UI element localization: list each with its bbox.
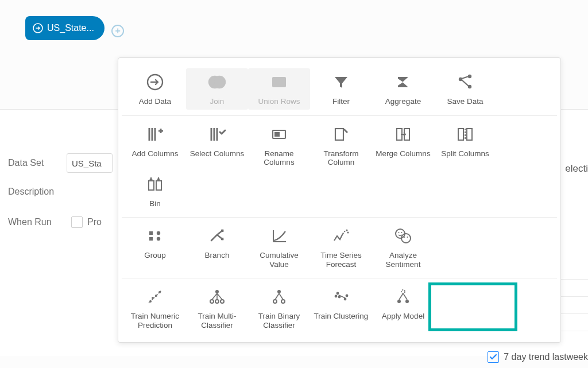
train-binary-icon <box>269 286 289 307</box>
bin-icon <box>145 174 165 195</box>
svg-point-21 <box>346 229 347 231</box>
tile-rename-columns[interactable]: Rename Columns <box>248 121 310 171</box>
tile-analyze-sentiment[interactable]: Analyze Sentiment <box>372 222 434 272</box>
svg-point-28 <box>407 237 408 238</box>
tile-save-data[interactable]: Save Data <box>434 68 496 110</box>
tile-label: Branch <box>187 251 247 260</box>
svg-point-36 <box>220 300 224 303</box>
tile-add-columns[interactable]: Add Columns <box>124 121 186 171</box>
svg-rect-18 <box>149 237 153 241</box>
tile-label: Add Columns <box>125 149 185 158</box>
svg-point-34 <box>210 300 214 303</box>
svg-point-47 <box>405 300 409 303</box>
svg-point-35 <box>215 300 219 303</box>
description-label: Description <box>8 187 67 197</box>
tile-train-multi-classifier[interactable]: Train Multi-Classifier <box>186 283 248 333</box>
svg-point-39 <box>281 300 285 303</box>
when-run-text: Pro <box>87 217 102 227</box>
union-rows-icon <box>269 72 289 92</box>
tile-group[interactable]: Group <box>124 222 186 272</box>
svg-rect-15 <box>149 181 154 190</box>
seven-day-trend-checkbox[interactable] <box>488 351 499 363</box>
svg-point-40 <box>336 292 339 295</box>
add-columns-icon <box>145 124 165 145</box>
svg-point-23 <box>396 229 405 238</box>
tile-transform-column[interactable]: Transform Column <box>310 121 372 171</box>
svg-rect-9 <box>274 132 280 137</box>
tile-bin[interactable]: Bin <box>124 171 186 212</box>
tile-label: Train Numeric Prediction <box>125 312 185 330</box>
aggregate-icon <box>393 72 413 92</box>
tile-split-columns[interactable]: Split Columns <box>434 121 496 171</box>
bottom-checkbox-row: 7 day trend lastweek <box>488 351 588 363</box>
svg-point-33 <box>215 290 219 293</box>
tile-add-data[interactable]: Add Data <box>124 68 186 110</box>
data-set-input[interactable] <box>67 153 113 173</box>
tile-merge-columns[interactable]: Merge Columns <box>372 121 434 171</box>
tile-label: Select Columns <box>187 149 247 158</box>
tile-label: Save Data <box>435 97 495 106</box>
tile-label: Merge Columns <box>373 149 433 158</box>
tile-label: Transform Column <box>311 149 371 167</box>
tile-label: Rename Columns <box>249 149 309 167</box>
branch-icon <box>207 226 227 246</box>
select-columns-icon <box>207 124 227 145</box>
tile-label: Add Data <box>125 97 185 106</box>
tile-label: Apply Model <box>373 312 433 321</box>
tile-time-series-forecast[interactable]: Time Series Forecast <box>310 222 372 272</box>
tile-cumulative-value[interactable]: Cumulative Value <box>248 222 310 272</box>
svg-point-41 <box>335 295 338 298</box>
when-run-checkbox[interactable] <box>71 216 83 228</box>
save-data-icon <box>455 72 475 92</box>
train-multi-icon <box>207 286 227 307</box>
popover-section-io: Add Data Join Union Rows Filter <box>122 64 557 116</box>
svg-point-37 <box>277 290 281 293</box>
svg-point-26 <box>401 232 403 233</box>
tile-label: Train Clustering <box>311 312 371 321</box>
svg-rect-16 <box>156 181 161 190</box>
tile-union-rows[interactable]: Union Rows <box>248 68 310 110</box>
svg-point-45 <box>401 290 405 293</box>
train-numeric-icon <box>145 286 165 307</box>
tile-select-columns[interactable]: Select Columns <box>186 121 248 171</box>
tile-label: Train Multi-Classifier <box>187 312 247 330</box>
flow-node-icon <box>32 22 44 34</box>
analyze-sentiment-icon <box>393 226 413 246</box>
flow-node-us-state[interactable]: US_State... <box>25 16 105 40</box>
tile-aggregate[interactable]: Aggregate <box>372 68 434 110</box>
popover-section-columns: Add Columns Select Columns Rename Column… <box>122 116 557 218</box>
svg-point-24 <box>401 234 411 243</box>
svg-point-43 <box>344 298 347 301</box>
tile-label: Bin <box>125 199 185 208</box>
time-series-icon <box>331 226 351 246</box>
tile-filter[interactable]: Filter <box>310 68 372 110</box>
svg-rect-14 <box>467 129 472 140</box>
svg-point-3 <box>214 76 225 88</box>
tile-label: Time Series Forecast <box>311 251 371 269</box>
tile-train-numeric-prediction[interactable]: Train Numeric Prediction <box>124 283 186 333</box>
data-set-label: Data Set <box>8 158 67 168</box>
tile-branch[interactable]: Branch <box>186 222 248 272</box>
svg-rect-13 <box>458 129 463 140</box>
add-step-button[interactable]: + <box>111 25 124 37</box>
group-icon <box>145 226 165 246</box>
tile-join[interactable]: Join <box>186 68 248 110</box>
svg-point-22 <box>347 231 349 233</box>
popover-section-analytics: Group Branch Cumulative Value Time Ser <box>122 218 557 278</box>
flow-node-label: US_State... <box>47 23 94 33</box>
tile-label: Split Columns <box>435 149 495 158</box>
tile-train-binary-classifier[interactable]: Train Binary Classifier <box>248 283 310 333</box>
tile-apply-model[interactable]: Apply Model <box>372 283 434 333</box>
svg-point-46 <box>397 300 401 303</box>
transform-column-icon <box>331 124 351 145</box>
svg-rect-17 <box>149 231 153 235</box>
add-data-icon <box>145 72 165 92</box>
tile-train-clustering[interactable]: Train Clustering <box>310 283 372 333</box>
rename-columns-icon <box>269 124 289 145</box>
when-run-label: When Run <box>8 217 67 227</box>
seven-day-trend-label: 7 day trend lastweek <box>504 352 588 362</box>
svg-point-25 <box>399 232 400 233</box>
tile-label: Train Binary Classifier <box>249 312 309 330</box>
filter-icon <box>331 72 351 92</box>
apply-model-icon <box>393 286 413 307</box>
